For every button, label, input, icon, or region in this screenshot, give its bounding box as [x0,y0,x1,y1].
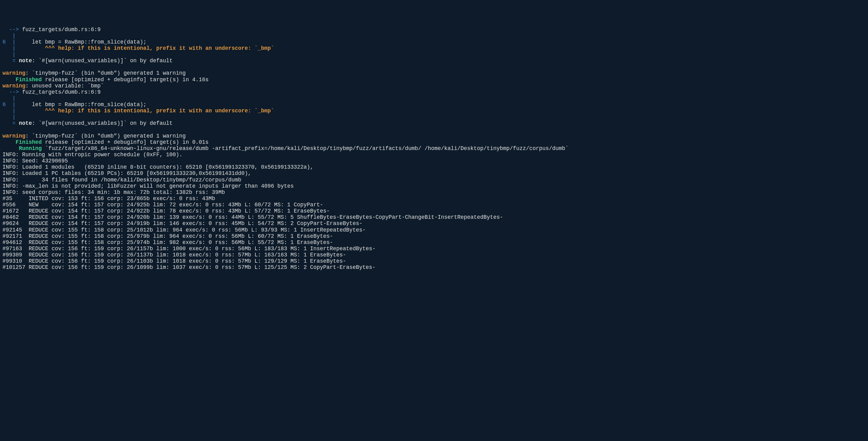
terminal-line: | ^^^ help: if this is intentional, pref… [2,108,866,114]
terminal-segment-normal: release [optimized + debuginfo] target(s… [42,139,209,145]
terminal-line: = note: `#[warn(unused_variables)]` on b… [2,58,866,64]
terminal-line: Finished release [optimized + debuginfo]… [2,76,866,83]
terminal-segment-warning: warning [2,83,26,89]
terminal-segment-pipe: | [2,45,16,52]
terminal-segment-finished: Finished [16,139,42,145]
terminal-segment-normal: #9624 REDUCE cov: 154 ft: 157 corp: 24/9… [2,220,362,227]
terminal-line: warning: unused variable: `bmp` [2,83,866,89]
terminal-segment-normal: #99310 REDUCE cov: 156 ft: 159 corp: 26/… [2,258,346,264]
terminal-segment-normal: #94612 REDUCE cov: 155 ft: 158 corp: 25/… [2,239,333,245]
terminal-line [2,127,866,133]
terminal-segment-normal: let bmp = RawBmp::from_slice(data); [16,39,147,45]
terminal-segment-note-label: note [19,120,32,126]
terminal-segment-normal: #101257 REDUCE cov: 156 ft: 159 corp: 26… [2,264,375,270]
terminal-line: #99310 REDUCE cov: 156 ft: 159 corp: 26/… [2,258,866,264]
terminal-line: INFO: -max_len is not provided; libFuzze… [2,183,866,189]
terminal-line: INFO: Seed: 43290695 [2,158,866,164]
terminal-segment-normal: fuzz_targets/dumb.rs:6:9 [19,89,101,95]
terminal-segment-normal [2,139,16,145]
terminal-segment-normal: #92171 REDUCE cov: 155 ft: 158 corp: 25/… [2,233,333,239]
terminal-segment-pipe: | [2,108,16,114]
terminal-line: --> fuzz_targets/dumb.rs:6:9 [2,27,866,33]
terminal-segment-normal [2,64,6,70]
terminal-segment-pipe: | [2,33,16,39]
terminal-line: | [2,114,866,120]
terminal-segment-pipe: | [2,114,16,120]
terminal-segment-pipe: | [2,95,16,101]
terminal-segment-normal: : `#[warn(unused_variables)]` on by defa… [32,58,173,64]
terminal-segment-normal: #8462 REDUCE cov: 154 ft: 157 corp: 24/9… [2,214,503,220]
terminal-segment-warning: warning [2,70,26,76]
terminal-line: #92145 REDUCE cov: 155 ft: 158 corp: 25/… [2,227,866,233]
terminal-segment-pipe: | [2,52,16,58]
terminal-line: Finished release [optimized + debuginfo]… [2,139,866,145]
terminal-segment-note-label: note [19,58,32,64]
terminal-segment-note-eq: = [2,58,19,64]
terminal-segment-normal [2,145,19,151]
terminal-line: #35 INITED cov: 153 ft: 156 corp: 23/865… [2,196,866,202]
terminal-line: INFO: seed corpus: files: 34 min: 1b max… [2,189,866,196]
terminal-segment-arrow: --> [2,27,19,33]
terminal-segment-normal: #556 NEW cov: 154 ft: 157 corp: 24/925b … [2,202,323,208]
terminal-segment-normal: INFO: 34 files found in /home/kali/Deskt… [2,177,242,183]
terminal-segment-normal: #97163 REDUCE cov: 156 ft: 159 corp: 26/… [2,245,375,252]
terminal-segment-help: ^^^ help: if this is intentional, prefix… [45,45,274,52]
terminal-line [2,64,866,70]
terminal-segment-normal: fuzz_targets/dumb.rs:6:9 [19,27,101,33]
terminal-segment-normal: : unused variable: `bmp` [26,83,104,89]
terminal-segment-normal: let bmp = RawBmp::from_slice(data); [16,101,147,108]
terminal-segment-normal: #1672 REDUCE cov: 154 ft: 157 corp: 24/9… [2,208,330,214]
terminal-line: = note: `#[warn(unused_variables)]` on b… [2,120,866,126]
terminal-line: INFO: Running with entropic power schedu… [2,151,866,158]
terminal-segment-normal: #99309 REDUCE cov: 156 ft: 159 corp: 26/… [2,252,346,258]
terminal-segment-normal: INFO: Seed: 43290695 [2,158,68,164]
terminal-segment-running: Running [19,145,42,151]
terminal-segment-normal: #35 INITED cov: 153 ft: 156 corp: 23/865… [2,196,215,202]
terminal-line: #99309 REDUCE cov: 156 ft: 159 corp: 26/… [2,252,866,258]
terminal-segment-arrow: --> [2,89,19,95]
terminal-segment-normal: INFO: Loaded 1 PC tables (65210 PCs): 65… [2,170,251,176]
terminal-line: | [2,95,866,101]
terminal-output: --> fuzz_targets/dumb.rs:6:9 |6 | let bm… [2,27,866,271]
terminal-line: INFO: Loaded 1 modules (65210 inline 8-b… [2,164,866,170]
terminal-segment-normal: : `#[warn(unused_variables)]` on by defa… [32,120,173,126]
terminal-line: Running `fuzz/target/x86_64-unknown-linu… [2,145,866,151]
terminal-segment-normal: : `tinybmp-fuzz` (bin "dumb") generated … [26,70,186,76]
terminal-segment-normal [2,127,6,133]
terminal-line: #556 NEW cov: 154 ft: 157 corp: 24/925b … [2,202,866,208]
terminal-line: #92171 REDUCE cov: 155 ft: 158 corp: 25/… [2,233,866,239]
terminal-segment-normal [2,76,16,83]
terminal-line: 6 | let bmp = RawBmp::from_slice(data); [2,39,866,45]
terminal-segment-help: ^^^ help: if this is intentional, prefix… [45,108,274,114]
terminal-line: | [2,33,866,39]
terminal-segment-normal [16,108,45,114]
terminal-segment-normal: : `tinybmp-fuzz` (bin "dumb") generated … [26,133,186,139]
terminal-line: #1672 REDUCE cov: 154 ft: 157 corp: 24/9… [2,208,866,214]
terminal-line: | ^^^ help: if this is intentional, pref… [2,45,866,52]
terminal-segment-normal [16,45,45,52]
terminal-line: warning: `tinybmp-fuzz` (bin "dumb") gen… [2,133,866,139]
terminal-line: | [2,52,866,58]
terminal-segment-note-eq: = [2,120,19,126]
terminal-line: #97163 REDUCE cov: 156 ft: 159 corp: 26/… [2,245,866,252]
terminal-segment-warning: warning [2,133,26,139]
terminal-segment-linenum: 6 | [2,39,16,45]
terminal-segment-normal: INFO: -max_len is not provided; libFuzze… [2,183,294,189]
terminal-line: #9624 REDUCE cov: 154 ft: 157 corp: 24/9… [2,220,866,227]
terminal-segment-linenum: 6 | [2,101,16,108]
terminal-line: warning: `tinybmp-fuzz` (bin "dumb") gen… [2,70,866,76]
terminal-line: #101257 REDUCE cov: 156 ft: 159 corp: 26… [2,264,866,270]
terminal-line: #94612 REDUCE cov: 155 ft: 158 corp: 25/… [2,239,866,245]
terminal-line: INFO: 34 files found in /home/kali/Deskt… [2,177,866,183]
terminal-segment-normal: #92145 REDUCE cov: 155 ft: 158 corp: 25/… [2,227,366,233]
terminal-segment-finished: Finished [16,76,42,83]
terminal-line: INFO: Loaded 1 PC tables (65210 PCs): 65… [2,170,866,176]
terminal-segment-normal: `fuzz/target/x86_64-unknown-linux-gnu/re… [42,145,568,151]
terminal-line: 6 | let bmp = RawBmp::from_slice(data); [2,101,866,108]
terminal-segment-normal: release [optimized + debuginfo] target(s… [42,76,209,83]
terminal-segment-normal: INFO: Loaded 1 modules (65210 inline 8-b… [2,164,313,170]
terminal-line: --> fuzz_targets/dumb.rs:6:9 [2,89,866,95]
terminal-segment-normal: INFO: seed corpus: files: 34 min: 1b max… [2,189,225,196]
terminal-segment-normal: INFO: Running with entropic power schedu… [2,151,183,158]
terminal-line: #8462 REDUCE cov: 154 ft: 157 corp: 24/9… [2,214,866,220]
